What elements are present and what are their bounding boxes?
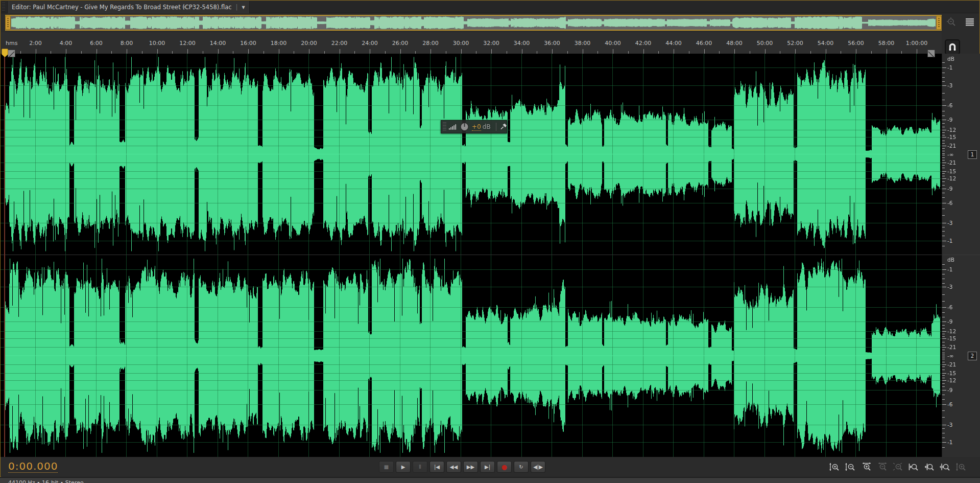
db-tick-label: -15 (947, 370, 956, 376)
play-button[interactable]: ▶ (396, 461, 411, 473)
tab-dropdown-icon[interactable]: ▼ (242, 5, 245, 10)
db-tick (942, 81, 945, 82)
db-tick (942, 378, 945, 378)
timeline-ruler[interactable]: hms 2:004:006:008:0010:0012:0014:0016:00… (1, 32, 942, 54)
db-tick (942, 328, 945, 329)
channel-2-button[interactable]: 2 (968, 352, 977, 360)
db-tick (942, 85, 946, 86)
overview-waveform[interactable] (11, 16, 936, 30)
zoom-full-button[interactable] (955, 462, 967, 472)
db-tick (942, 67, 946, 68)
db-tick (942, 364, 946, 365)
gain-value[interactable]: +0 (472, 123, 481, 131)
editor-tab[interactable]: Editor: Paul McCartney - Give My Regards… (7, 1, 250, 13)
ruler-tick (127, 49, 127, 54)
db-tick-label: -9 (947, 186, 952, 192)
db-tick-label: -6 (947, 304, 952, 310)
skip-to-start-button[interactable]: |◀ (429, 461, 444, 473)
db-tick (942, 321, 946, 322)
db-tick-label: -1 (947, 238, 952, 244)
levels-icon (448, 123, 457, 130)
snap-toggle-button[interactable] (945, 39, 960, 55)
ruler-tick (491, 49, 492, 54)
fade-out-handle[interactable] (927, 50, 935, 57)
fade-in-handle[interactable] (8, 50, 15, 57)
pause-icon: Ⅱ (419, 464, 421, 470)
db-tick (942, 127, 945, 127)
zoom-in-horizontal-button[interactable] (861, 462, 872, 472)
db-tick (942, 274, 945, 274)
zoom-out-vertical-button[interactable] (845, 462, 856, 472)
hud-grip[interactable] (443, 122, 446, 131)
overview-left-handle[interactable] (5, 16, 11, 30)
rewind-button[interactable]: ◀◀ (446, 461, 461, 473)
skip-to-start-icon: |◀ (434, 464, 440, 470)
zoom-out-horizontal-button[interactable] (876, 462, 888, 472)
skip-to-end-button[interactable]: ▶| (480, 461, 495, 473)
ruler-time-label: 34:00 (514, 40, 530, 47)
spot-zoom-icon[interactable] (946, 17, 957, 27)
zoom-to-out-point-button[interactable] (924, 462, 935, 472)
db-tick (942, 62, 945, 63)
zoom-to-out-point-icon (924, 462, 935, 472)
channel-1-button[interactable]: 1 (968, 150, 977, 159)
db-tick (942, 428, 945, 429)
skip-selection-button[interactable]: ◀|▶ (531, 461, 545, 473)
ruler-time-label: 48:00 (726, 40, 743, 47)
waveform-canvas[interactable] (1, 54, 942, 457)
zoom-reset-button[interactable] (892, 462, 903, 472)
overview-strip[interactable] (5, 15, 942, 31)
ruler-time-label: 46:00 (696, 40, 712, 47)
db-tick (942, 165, 945, 166)
hud-divider (496, 123, 496, 131)
volume-hud[interactable]: +0 dB (441, 120, 507, 133)
db-tick-label: -15 (947, 134, 956, 140)
db-scale[interactable]: dB-1-1-3-3-6-6-9-9-12-12-15-15-21-21-∞1d… (942, 54, 980, 457)
ruler-unit-label: hms (6, 40, 17, 47)
db-tick-label: -12 (947, 377, 956, 383)
db-tick (942, 151, 945, 151)
db-tick (942, 178, 946, 179)
db-tick (942, 425, 946, 425)
time-display[interactable]: 0:00.000 (8, 460, 58, 473)
db-tick (942, 338, 946, 339)
db-tick-label: -6 (947, 401, 952, 407)
loop-playback-button[interactable]: ↻ (514, 461, 529, 473)
gain-knob[interactable] (460, 122, 469, 132)
zoom-in-vertical-button[interactable] (829, 462, 840, 472)
waveform-display[interactable]: +0 dB (1, 54, 942, 457)
db-tick (942, 404, 946, 405)
panel-grip[interactable] (2, 3, 5, 12)
fast-forward-button[interactable]: ▶▶ (463, 461, 478, 473)
panel-menu-icon[interactable] (964, 17, 975, 27)
zoom-to-selection-button[interactable] (940, 462, 951, 472)
db-tick (942, 336, 945, 337)
play-icon: ▶ (401, 464, 405, 470)
db-tick (942, 246, 945, 246)
db-tick (942, 359, 945, 359)
pin-icon[interactable] (500, 123, 507, 130)
ruler-tick (97, 49, 97, 54)
db-tick (942, 312, 945, 313)
db-tick (942, 241, 946, 241)
ruler-tick (552, 49, 553, 54)
ruler-tick (856, 49, 856, 54)
tab-close-icon[interactable]: × (181, 3, 189, 11)
stop-button[interactable]: ■ (379, 461, 394, 473)
skip-selection-icon: ◀|▶ (533, 464, 543, 470)
ruler-time-label: 6:00 (90, 40, 103, 47)
db-tick (942, 294, 945, 295)
ruler-time-label: 40:00 (605, 40, 621, 47)
playhead-line[interactable] (4, 54, 5, 457)
db-tick (942, 73, 945, 73)
overview-right-handle[interactable] (936, 16, 942, 30)
db-tick (942, 386, 945, 387)
ruler-tick (522, 49, 522, 54)
ruler-tick (917, 49, 917, 54)
ruler-tick (370, 49, 370, 54)
zoom-to-in-point-button[interactable] (908, 462, 919, 472)
pause-button[interactable]: Ⅱ (413, 461, 427, 473)
zoom-reset-icon (892, 462, 903, 472)
record-button[interactable]: ● (497, 461, 512, 473)
db-infinity-label: -∞ (947, 353, 954, 359)
